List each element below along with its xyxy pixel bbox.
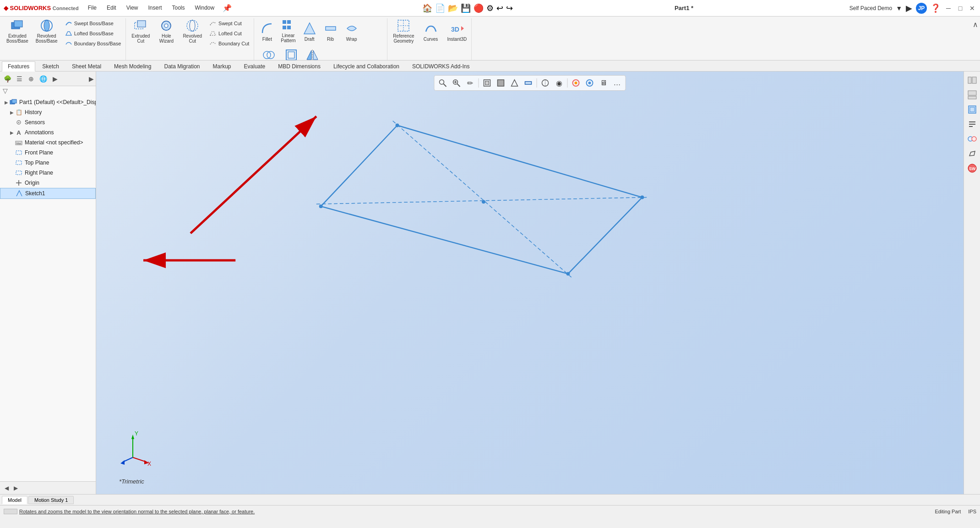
fillet-button[interactable]: Fillet — [257, 18, 277, 44]
lofted-cut-button[interactable]: Lofted Cut — [207, 28, 252, 38]
menu-tools[interactable]: Tools — [170, 4, 186, 12]
swept-cut-button[interactable]: Swept Cut — [207, 18, 252, 28]
undo-icon[interactable]: ↩ — [496, 3, 503, 13]
tree-item-history[interactable]: ▶ 📋 History — [0, 107, 96, 117]
tab-sketch[interactable]: Sketch — [36, 61, 65, 71]
config-manager-btn[interactable]: ⊕ — [26, 73, 37, 84]
boundary-boss-button[interactable]: Boundary Boss/Base — [62, 38, 124, 49]
print-icon[interactable]: 🔴 — [474, 3, 484, 13]
pin-icon[interactable]: 📌 — [223, 4, 232, 12]
chevron-down-icon[interactable]: ▼ — [896, 5, 902, 12]
cut-small-group: Swept Cut Lofted Cut Boundary Cut — [207, 18, 252, 49]
tab-evaluate[interactable]: Evaluate — [238, 61, 272, 71]
curves-button[interactable]: Curves — [419, 18, 443, 44]
tree-item-front-plane[interactable]: ▶ Front Plane — [0, 148, 96, 158]
rt-display-pane-btn[interactable] — [965, 88, 979, 102]
minimize-button[interactable]: ─ — [944, 4, 953, 12]
tab-motion-study-1[interactable]: Motion Study 1 — [28, 496, 74, 504]
new-doc-icon[interactable]: 📄 — [435, 3, 445, 13]
tab-mbd-dimensions[interactable]: MBD Dimensions — [272, 61, 327, 71]
swept-boss-button[interactable]: Swept Boss/Base — [62, 18, 124, 28]
swept-cut-icon — [209, 20, 217, 27]
linear-pattern-button[interactable]: LinearPattern — [278, 18, 298, 44]
user-avatar[interactable]: JP — [916, 3, 927, 14]
main-area: 🌳 ☰ ⊕ 🌐 ▶ ▶ ▽ ▶ Part1 (Default) <<Defaul… — [0, 72, 980, 494]
dim-xpert-btn[interactable]: 🌐 — [38, 73, 49, 84]
svg-rect-14 — [283, 26, 286, 29]
tree-item-sensors[interactable]: ▶ Sensors — [0, 117, 96, 127]
property-manager-btn[interactable]: ☰ — [14, 73, 25, 84]
tree-item-top-plane[interactable]: ▶ Top Plane — [0, 158, 96, 168]
titlebar: ◆ SOLIDWORKS Connected File Edit View In… — [0, 0, 980, 16]
rt-feature-mgr-btn[interactable] — [965, 103, 979, 116]
reference-geometry-button[interactable]: ReferenceGeometry — [390, 18, 417, 44]
tree-root[interactable]: ▶ Part1 (Default) <<Default>_Display — [0, 97, 96, 107]
ribbon-collapse[interactable]: ∧ — [973, 18, 978, 60]
mirror-button[interactable]: Mirror — [302, 45, 322, 60]
curves-icon — [424, 21, 438, 36]
options-icon[interactable]: ⚙ — [486, 3, 494, 13]
panel-next-btn[interactable]: ▶ — [11, 484, 20, 493]
svg-text:SW: SW — [969, 166, 976, 171]
tab-sheet-metal[interactable]: Sheet Metal — [66, 61, 107, 71]
instant3d-button[interactable]: 3D Instant3D — [445, 18, 470, 44]
menu-file[interactable]: File — [86, 4, 98, 12]
extruded-boss-button[interactable]: ExtrudedBoss/Base — [4, 18, 31, 44]
shell-button[interactable]: Shell — [281, 45, 301, 60]
tab-model[interactable]: Model — [2, 496, 27, 504]
save-icon[interactable]: 💾 — [461, 3, 471, 13]
tab-lifecycle[interactable]: Lifecycle and Collaboration — [327, 61, 405, 71]
rt-solidworks-btn[interactable]: SW — [965, 161, 979, 175]
svg-marker-68 — [131, 434, 134, 439]
rt-compare-btn[interactable] — [965, 132, 979, 146]
rt-view-settings-btn[interactable] — [965, 73, 979, 87]
boundary-cut-button[interactable]: Boundary Cut — [207, 38, 252, 49]
lofted-boss-button[interactable]: Lofted Boss/Base — [62, 28, 124, 38]
redo-icon[interactable]: ↪ — [506, 3, 513, 13]
panel-prev-btn[interactable]: ◀ — [2, 484, 11, 493]
display-manager-btn[interactable]: ▶ — [49, 73, 60, 84]
tab-addins[interactable]: SOLIDWORKS Add-Ins — [406, 61, 475, 71]
tree-item-material[interactable]: ▶ Mat Material <not specified> — [0, 138, 96, 148]
revolved-cut-button[interactable]: RevolvedCut — [180, 18, 205, 44]
home-icon[interactable]: 🏠 — [422, 3, 432, 13]
open-icon[interactable]: 📂 — [448, 3, 458, 13]
draft-button[interactable]: Draft — [299, 18, 320, 44]
menu-edit[interactable]: Edit — [105, 4, 118, 12]
part-icon — [9, 98, 17, 106]
close-button[interactable]: ✕ — [968, 4, 976, 12]
menu-insert[interactable]: Insert — [146, 4, 163, 12]
rt-property-mgr-btn[interactable] — [965, 117, 979, 131]
tree-item-right-plane[interactable]: ▶ Right Plane — [0, 168, 96, 178]
ribbon-group-fillet: Fillet LinearPattern Draft — [255, 18, 387, 60]
tab-data-migration[interactable]: Data Migration — [158, 61, 206, 71]
units-indicator: IPS — [968, 509, 976, 514]
tree-item-annotations[interactable]: ▶ A Annotations — [0, 127, 96, 138]
svg-point-63 — [396, 124, 399, 127]
revolved-boss-button[interactable]: RevolvedBoss/Base — [33, 18, 60, 44]
extruded-cut-button[interactable]: ExtrudedCut — [129, 18, 152, 44]
feature-manager-btn[interactable]: 🌳 — [2, 73, 13, 84]
tab-features[interactable]: Features — [2, 61, 35, 72]
menu-view[interactable]: View — [125, 4, 140, 12]
viewport[interactable]: ✏ ◉ 🖥 — [96, 72, 964, 494]
panel-expand[interactable]: ▶ — [89, 75, 94, 82]
filter-icon[interactable]: ▽ — [3, 87, 8, 94]
tree-item-sketch1[interactable]: ▶ Sketch1 — [0, 188, 96, 199]
cmd-icon[interactable]: ▶ — [906, 3, 912, 13]
ribbon-group-cut: ExtrudedCut HoleWizard RevolvedCut — [127, 18, 254, 60]
wrap-button[interactable]: Wrap — [342, 18, 362, 44]
intersect-button[interactable]: Intersect — [257, 45, 280, 60]
maximize-button[interactable]: □ — [956, 4, 964, 12]
rib-button[interactable]: Rib — [321, 18, 341, 44]
svg-rect-79 — [972, 77, 976, 83]
hole-wizard-button[interactable]: HoleWizard — [154, 18, 178, 44]
expand-annotations-arrow: ▶ — [9, 130, 15, 135]
tree-item-origin[interactable]: ▶ Origin — [0, 178, 96, 188]
rt-markup-btn[interactable] — [965, 147, 979, 160]
tab-markup[interactable]: Markup — [207, 61, 237, 71]
sketch1-icon — [15, 189, 23, 198]
menu-window[interactable]: Window — [193, 4, 217, 12]
tab-mesh-modeling[interactable]: Mesh Modeling — [108, 61, 157, 71]
help-icon[interactable]: ❓ — [931, 3, 941, 13]
